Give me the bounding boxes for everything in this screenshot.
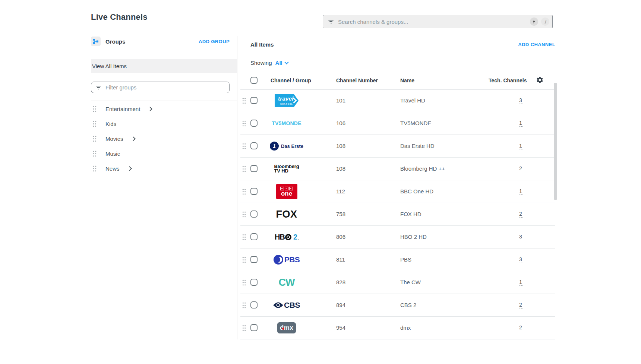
drag-handle[interactable]: [93, 121, 97, 127]
table-row: BloombergTV HD108Bloomberg HD ++2: [240, 158, 555, 180]
tech-channels-link[interactable]: 3: [519, 97, 522, 104]
the-cw-logo: CWTHE: [279, 277, 295, 288]
channel-number: 811: [336, 256, 345, 263]
table-row: PBS811PBS3: [240, 249, 555, 271]
drag-handle[interactable]: [242, 279, 246, 286]
chevron-right-icon[interactable]: [131, 136, 136, 141]
tech-channels-link[interactable]: 1: [519, 120, 522, 127]
cbs-eye-icon: [273, 302, 283, 308]
table-row: CWTHE828The CW1: [240, 271, 555, 294]
tech-channels-link[interactable]: 2: [519, 325, 522, 331]
row-checkbox[interactable]: [250, 324, 258, 331]
sidebar-title: Groups: [105, 38, 125, 45]
tech-channels-link[interactable]: 1: [519, 188, 522, 195]
drag-handle[interactable]: [93, 136, 97, 142]
drag-handle[interactable]: [242, 98, 246, 104]
gear-icon: [536, 76, 544, 84]
info-button[interactable]: i: [541, 18, 549, 26]
view-all-items-button[interactable]: View All Items: [91, 59, 237, 73]
drag-handle[interactable]: [242, 257, 246, 263]
channel-logo: 1Das Erste: [263, 135, 310, 157]
filter-groups-input[interactable]: [101, 84, 229, 91]
row-checkbox[interactable]: [250, 233, 258, 240]
travel-channel-logo: travelCHANNEL: [275, 94, 299, 107]
channel-name: dmx: [400, 325, 411, 331]
drag-handle[interactable]: [242, 120, 246, 127]
row-checkbox[interactable]: [250, 301, 258, 308]
drag-handle-icon: [242, 98, 246, 104]
group-item[interactable]: News: [91, 161, 237, 176]
row-checkbox[interactable]: [250, 165, 258, 172]
sidebar-header: Groups ADD GROUP: [91, 36, 230, 47]
drag-handle-icon: [242, 120, 246, 127]
groups-tree-icon: [93, 38, 99, 44]
group-item[interactable]: Entertainment: [91, 101, 237, 116]
bloomberg-logo: BloombergTV HD: [274, 164, 299, 173]
drag-handle-icon: [242, 189, 246, 195]
tech-channels-link[interactable]: 3: [519, 256, 522, 263]
tech-channels-link[interactable]: 3: [519, 234, 522, 240]
drag-handle-icon: [242, 166, 246, 172]
channel-name: BBC One HD: [400, 188, 433, 194]
channel-number: 106: [336, 120, 345, 126]
showing-dropdown[interactable]: All: [275, 60, 288, 66]
das-erste-logo: 1Das Erste: [270, 142, 303, 151]
drag-handle[interactable]: [242, 166, 246, 172]
drag-handle[interactable]: [242, 143, 246, 149]
tech-channels-link[interactable]: 1: [519, 143, 522, 149]
channel-number: 101: [336, 97, 345, 104]
tech-channels-link[interactable]: 2: [519, 165, 522, 172]
group-item[interactable]: Movies: [91, 131, 237, 146]
row-checkbox[interactable]: [250, 211, 258, 218]
tech-channels-link[interactable]: 1: [519, 279, 522, 286]
search-divider: [526, 18, 526, 26]
add-group-button[interactable]: ADD GROUP: [199, 39, 230, 44]
group-item[interactable]: Kids: [91, 116, 237, 131]
add-channel-button[interactable]: ADD CHANNEL: [518, 42, 555, 47]
lightning-button[interactable]: [530, 18, 538, 26]
chevron-right-icon[interactable]: [127, 166, 132, 171]
row-checkbox[interactable]: [250, 97, 258, 104]
groups-icon-box: [91, 37, 101, 46]
table-row: CBS894CBS 22: [240, 294, 555, 317]
sidebar-separator: [91, 101, 237, 101]
row-checkbox[interactable]: [250, 142, 258, 149]
row-checkbox[interactable]: [250, 120, 258, 127]
search-input[interactable]: [334, 18, 526, 25]
row-checkbox[interactable]: [250, 256, 258, 263]
drag-handle-icon: [242, 211, 246, 218]
channels-table-body: travelCHANNEL101Travel HD3TV5MONDE106TV5…: [240, 89, 555, 339]
drag-handle[interactable]: [93, 106, 97, 112]
group-label: Movies: [105, 136, 123, 142]
drag-handle[interactable]: [242, 325, 246, 331]
group-item[interactable]: Music: [91, 146, 237, 161]
table-header: Channel / Group Channel Number Name Tech…: [240, 74, 555, 90]
drag-handle[interactable]: [242, 189, 246, 195]
cbs-logo: CBS: [273, 301, 300, 310]
channel-name: HBO 2 HD: [400, 234, 427, 240]
scrollbar-thumb[interactable]: [554, 83, 557, 200]
filter-icon: [96, 86, 101, 89]
drag-handle-icon: [93, 165, 97, 172]
drag-handle[interactable]: [242, 211, 246, 218]
select-all-checkbox[interactable]: [250, 77, 258, 84]
drag-handle[interactable]: [93, 165, 97, 172]
channel-number: 954: [336, 325, 345, 331]
all-items-title: All Items: [250, 41, 274, 48]
channel-name: FOX HD: [400, 211, 421, 217]
table-row: BBCone112BBC One HD1: [240, 180, 555, 203]
tech-channels-link[interactable]: 2: [519, 302, 522, 308]
row-checkbox[interactable]: [250, 188, 258, 195]
row-checkbox[interactable]: [250, 279, 258, 286]
column-tech-channels: Tech. Channels: [489, 77, 527, 84]
bbc-one-logo: BBCone: [276, 184, 297, 199]
chevron-right-icon[interactable]: [148, 107, 153, 111]
drag-handle[interactable]: [242, 234, 246, 240]
table-row: FOX758FOX HD2: [240, 203, 555, 226]
drag-handle[interactable]: [242, 302, 246, 308]
tech-channels-link[interactable]: 2: [519, 211, 522, 218]
channel-name: PBS: [400, 256, 411, 263]
column-settings-button[interactable]: [536, 76, 544, 84]
channel-logo: FOX: [263, 203, 310, 225]
drag-handle[interactable]: [93, 151, 97, 157]
